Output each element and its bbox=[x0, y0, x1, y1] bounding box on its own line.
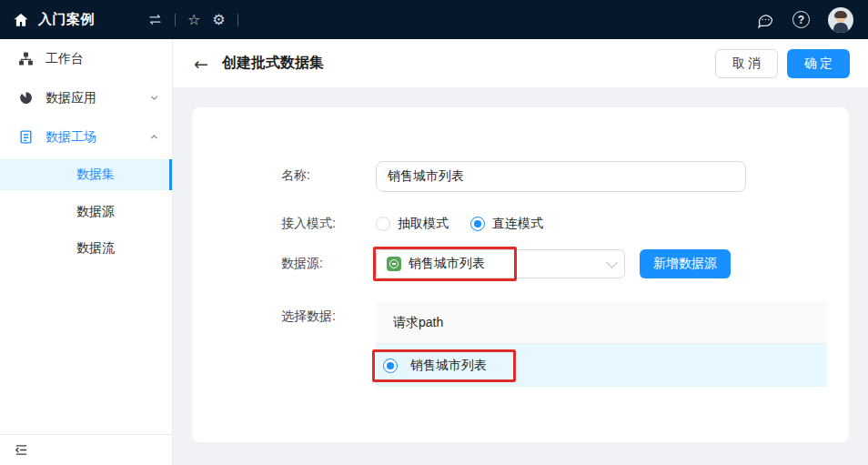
help-icon[interactable]: ? bbox=[792, 11, 810, 28]
table-column-header: 请求path bbox=[393, 315, 443, 331]
chevron-down-icon bbox=[606, 257, 618, 268]
page-content: 名称: 接入模式: 抽取模式 直连模式 bbox=[173, 88, 868, 465]
radio-option-label: 直连模式 bbox=[492, 216, 543, 232]
radio-selected-icon[interactable] bbox=[470, 217, 485, 231]
menu-fold-icon[interactable] bbox=[14, 442, 29, 458]
workbench-icon bbox=[18, 51, 34, 66]
sidebar-item-data-apps[interactable]: 数据应用 bbox=[0, 78, 172, 117]
sidebar-item-workbench[interactable]: 工作台 bbox=[0, 39, 172, 78]
user-avatar[interactable] bbox=[828, 7, 853, 33]
topbar-brand[interactable]: 入门案例 bbox=[13, 11, 95, 28]
datasource-select-wrap: 销售城市列表 bbox=[376, 249, 625, 278]
api-datasource-icon bbox=[387, 257, 401, 271]
name-input[interactable] bbox=[376, 161, 746, 192]
form-row-name: 名称: bbox=[281, 161, 827, 192]
radio-unselected-icon[interactable] bbox=[376, 217, 390, 231]
page-title: 创建批式数据集 bbox=[222, 54, 324, 73]
sidebar-item-data-factory[interactable]: 数据工场 bbox=[0, 117, 172, 157]
form-row-select-data: 选择数据: 请求path 销售城市列表 bbox=[281, 302, 827, 387]
form-card: 名称: 接入模式: 抽取模式 直连模式 bbox=[192, 107, 849, 442]
name-label: 名称: bbox=[281, 161, 376, 184]
add-datasource-button[interactable]: 新增数据源 bbox=[640, 249, 731, 278]
sidebar-item-label: 工作台 bbox=[45, 51, 84, 67]
sidebar-subitem-label: 数据源 bbox=[76, 204, 115, 220]
page-header: ← 创建批式数据集 取消 确定 bbox=[173, 39, 868, 88]
home-icon[interactable] bbox=[13, 12, 29, 28]
radio-option-extract-mode[interactable]: 抽取模式 bbox=[376, 216, 449, 232]
datasource-selected-value: 销售城市列表 bbox=[409, 256, 485, 272]
chevron-up-icon bbox=[149, 132, 159, 142]
sidebar-footer bbox=[0, 434, 172, 465]
chevron-down-icon bbox=[149, 93, 159, 103]
sidebar-subitem-label: 数据流 bbox=[76, 240, 115, 257]
datasource-label: 数据源: bbox=[281, 249, 376, 272]
form-row-access-mode: 接入模式: 抽取模式 直连模式 bbox=[281, 209, 827, 232]
pie-chart-icon bbox=[18, 90, 34, 106]
sidebar-item-label: 数据工场 bbox=[45, 129, 96, 146]
topbar: 入门案例 ☆ ⚙ ? bbox=[0, 0, 868, 39]
topbar-right: ? bbox=[756, 7, 853, 33]
cancel-button[interactable]: 取消 bbox=[715, 49, 778, 78]
table-cell-value: 销售城市列表 bbox=[410, 358, 487, 374]
sidebar-subitem-label: 数据集 bbox=[76, 167, 115, 183]
table-header: 请求path bbox=[376, 302, 827, 344]
divider bbox=[175, 14, 176, 26]
swap-icon[interactable] bbox=[147, 12, 163, 27]
datasource-select[interactable]: 销售城市列表 bbox=[376, 249, 625, 278]
list-icon bbox=[18, 129, 34, 145]
access-mode-radio-group: 抽取模式 直连模式 bbox=[376, 209, 543, 232]
row-radio-selected-icon[interactable] bbox=[383, 359, 398, 373]
divider bbox=[237, 14, 238, 26]
sidebar-item-dataset[interactable]: 数据集 bbox=[0, 159, 172, 190]
topbar-tools: ☆ ⚙ bbox=[147, 12, 238, 27]
main-area: ← 创建批式数据集 取消 确定 名称: 接入模式: bbox=[173, 39, 868, 465]
back-arrow-icon[interactable]: ← bbox=[194, 54, 208, 74]
confirm-button[interactable]: 确定 bbox=[787, 49, 850, 78]
gear-icon[interactable]: ⚙ bbox=[212, 13, 225, 27]
data-table: 请求path 销售城市列表 bbox=[376, 302, 827, 387]
select-data-label: 选择数据: bbox=[281, 302, 376, 325]
app-title: 入门案例 bbox=[38, 11, 95, 28]
radio-option-direct-mode[interactable]: 直连模式 bbox=[470, 216, 543, 232]
header-buttons: 取消 确定 bbox=[715, 49, 850, 78]
star-icon[interactable]: ☆ bbox=[187, 13, 200, 27]
sidebar-item-dataflow[interactable]: 数据流 bbox=[0, 230, 172, 267]
avatar-body bbox=[833, 23, 848, 33]
chat-icon[interactable] bbox=[756, 11, 774, 29]
sidebar: 工作台 数据应用 数据工场 bbox=[0, 39, 173, 465]
sidebar-item-datasource[interactable]: 数据源 bbox=[0, 194, 172, 230]
form-row-datasource: 数据源: 销售城市列表 新增数据源 bbox=[281, 249, 827, 278]
access-mode-label: 接入模式: bbox=[281, 209, 376, 232]
avatar-hair bbox=[834, 11, 847, 18]
table-row[interactable]: 销售城市列表 bbox=[376, 344, 827, 387]
radio-option-label: 抽取模式 bbox=[398, 216, 449, 232]
sidebar-item-label: 数据应用 bbox=[45, 90, 96, 106]
